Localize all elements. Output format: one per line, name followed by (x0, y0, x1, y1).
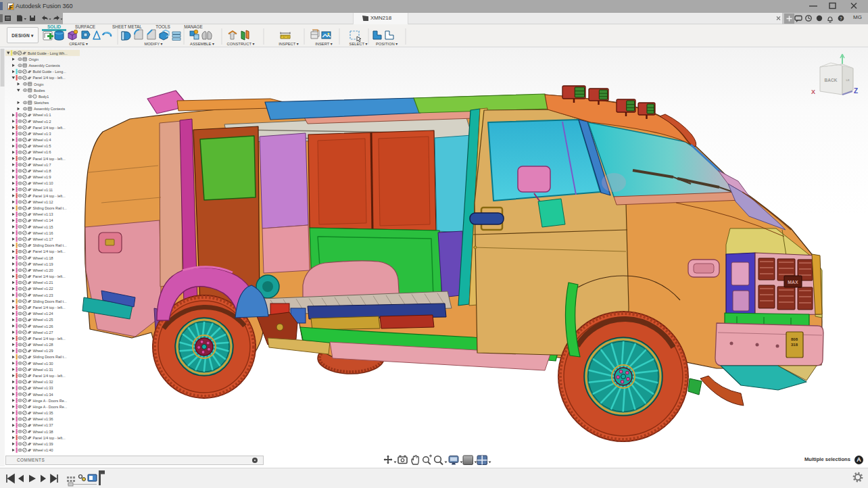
svg-text:?: ? (840, 16, 842, 21)
